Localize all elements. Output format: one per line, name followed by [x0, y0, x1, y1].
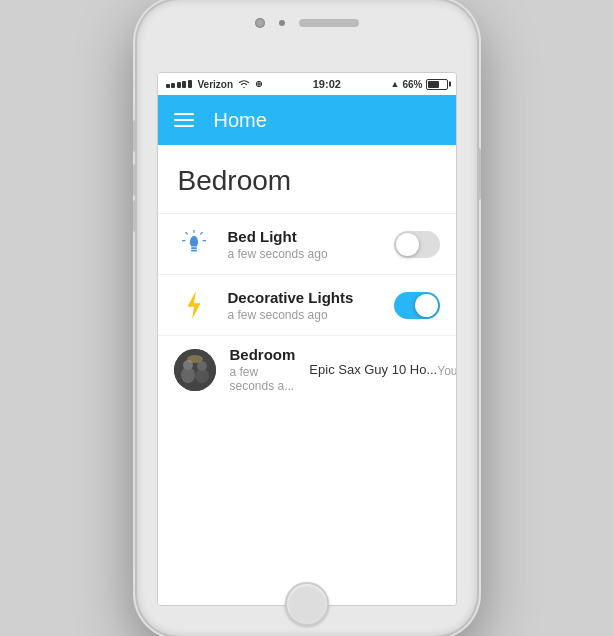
bed-light-time: a few seconds ago — [228, 247, 380, 261]
svg-line-1 — [200, 232, 202, 234]
decorative-lights-name: Decorative Lights — [228, 289, 380, 306]
menu-button[interactable] — [174, 113, 194, 127]
bolt-icon — [174, 285, 214, 325]
bulb-icon — [174, 224, 214, 264]
toggle-thumb — [415, 294, 438, 317]
home-button[interactable] — [285, 582, 329, 626]
svg-point-11 — [195, 369, 209, 383]
decorative-lights-toggle[interactable] — [394, 292, 440, 319]
bed-light-name: Bed Light — [228, 228, 380, 245]
earpiece-speaker — [299, 19, 359, 27]
status-time: 19:02 — [313, 78, 341, 90]
phone-top-area — [137, 18, 477, 28]
section-title: Bedroom — [158, 165, 456, 213]
signal-strength — [166, 80, 192, 88]
svg-line-2 — [185, 232, 187, 234]
media-title: Epic Sax Guy 10 Ho... — [309, 362, 437, 377]
decorative-lights-time: a few seconds ago — [228, 308, 380, 322]
decorative-lights-info: Decorative Lights a few seconds ago — [228, 289, 380, 322]
svg-rect-5 — [191, 247, 197, 249]
list-item: Decorative Lights a few seconds ago — [158, 274, 456, 335]
app-bar: Home — [158, 95, 456, 145]
status-right: ▲ 66% — [391, 79, 448, 90]
bedroom-media-info: Bedroom a few seconds a... — [230, 346, 296, 393]
front-camera — [255, 18, 265, 28]
bed-light-info: Bed Light a few seconds ago — [228, 228, 380, 261]
bedroom-media-action: Epic Sax Guy 10 Ho... YouTube — [309, 362, 455, 378]
bedroom-time: a few seconds a... — [230, 365, 296, 393]
carrier-name: Verizon — [198, 79, 234, 90]
hamburger-line-1 — [174, 113, 194, 115]
loading-icon: ⊕ — [255, 79, 263, 89]
bedroom-name: Bedroom — [230, 346, 296, 363]
bed-light-toggle[interactable] — [394, 231, 440, 258]
decorative-lights-toggle-container — [394, 292, 440, 319]
location-icon: ▲ — [391, 79, 400, 89]
status-left: Verizon ⊕ — [166, 78, 264, 90]
battery-fill — [428, 81, 440, 88]
content-area: Bedroom — [158, 145, 456, 605]
wifi-icon — [238, 78, 250, 90]
list-item: Bed Light a few seconds ago — [158, 213, 456, 274]
media-source: YouTube — [437, 364, 455, 378]
svg-rect-6 — [191, 250, 197, 252]
svg-marker-7 — [187, 291, 200, 319]
app-title: Home — [214, 109, 267, 132]
hamburger-line-2 — [174, 119, 194, 121]
bedroom-avatar — [174, 349, 216, 391]
status-bar: Verizon ⊕ 19:02 ▲ 66% — [158, 73, 456, 95]
hamburger-line-3 — [174, 125, 194, 127]
proximity-sensor — [279, 20, 285, 26]
toggle-thumb — [396, 233, 419, 256]
phone-frame: Verizon ⊕ 19:02 ▲ 66% — [137, 0, 477, 636]
svg-point-13 — [187, 355, 203, 363]
battery-icon — [426, 79, 448, 90]
bed-light-toggle-container — [394, 231, 440, 258]
list-item: Bedroom a few seconds a... Epic Sax Guy … — [158, 335, 456, 403]
phone-screen: Verizon ⊕ 19:02 ▲ 66% — [157, 72, 457, 606]
battery-percent: 66% — [402, 79, 422, 90]
